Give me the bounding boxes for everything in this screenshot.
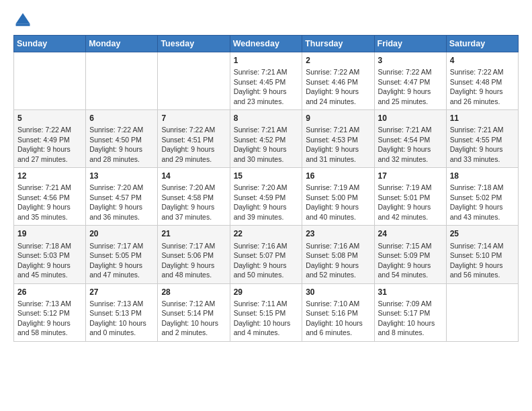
day-info: Sunrise: 7:20 AM Sunset: 4:58 PM Dayligh… xyxy=(161,183,226,222)
day-info: Sunrise: 7:21 AM Sunset: 4:54 PM Dayligh… xyxy=(378,125,443,164)
day-cell: 29Sunrise: 7:11 AM Sunset: 5:15 PM Dayli… xyxy=(230,283,302,341)
day-number: 20 xyxy=(89,228,154,239)
day-info: Sunrise: 7:21 AM Sunset: 4:52 PM Dayligh… xyxy=(234,125,299,164)
day-cell: 26Sunrise: 7:13 AM Sunset: 5:12 PM Dayli… xyxy=(14,283,86,341)
day-header-sunday: Sunday xyxy=(14,36,86,52)
day-info: Sunrise: 7:18 AM Sunset: 5:02 PM Dayligh… xyxy=(450,183,515,222)
day-number: 1 xyxy=(234,55,299,66)
day-cell: 28Sunrise: 7:12 AM Sunset: 5:14 PM Dayli… xyxy=(158,283,230,341)
day-info: Sunrise: 7:21 AM Sunset: 4:56 PM Dayligh… xyxy=(17,183,82,222)
week-row-5: 26Sunrise: 7:13 AM Sunset: 5:12 PM Dayli… xyxy=(14,283,519,341)
day-number: 22 xyxy=(234,228,299,239)
day-number: 27 xyxy=(89,287,154,298)
day-info: Sunrise: 7:16 AM Sunset: 5:07 PM Dayligh… xyxy=(234,241,299,280)
day-header-friday: Friday xyxy=(374,36,446,52)
week-row-4: 19Sunrise: 7:18 AM Sunset: 5:03 PM Dayli… xyxy=(14,226,519,283)
day-number: 24 xyxy=(378,228,443,239)
day-cell: 2Sunrise: 7:22 AM Sunset: 4:46 PM Daylig… xyxy=(302,52,374,110)
day-number: 16 xyxy=(306,171,370,181)
day-number: 26 xyxy=(17,287,82,298)
page: SundayMondayTuesdayWednesdayThursdayFrid… xyxy=(0,0,532,349)
logo xyxy=(13,11,35,30)
day-number: 15 xyxy=(234,171,299,181)
day-header-monday: Monday xyxy=(86,36,158,52)
day-cell: 18Sunrise: 7:18 AM Sunset: 5:02 PM Dayli… xyxy=(446,168,518,226)
day-cell: 15Sunrise: 7:20 AM Sunset: 4:59 PM Dayli… xyxy=(230,168,302,226)
day-number: 8 xyxy=(234,113,299,124)
day-info: Sunrise: 7:15 AM Sunset: 5:09 PM Dayligh… xyxy=(378,241,443,280)
day-cell: 16Sunrise: 7:19 AM Sunset: 5:00 PM Dayli… xyxy=(302,168,374,226)
day-cell: 11Sunrise: 7:21 AM Sunset: 4:55 PM Dayli… xyxy=(446,110,518,168)
day-number: 28 xyxy=(161,287,226,298)
day-cell: 24Sunrise: 7:15 AM Sunset: 5:09 PM Dayli… xyxy=(374,226,446,283)
day-number: 19 xyxy=(17,228,82,239)
day-number: 4 xyxy=(450,55,515,66)
day-cell: 19Sunrise: 7:18 AM Sunset: 5:03 PM Dayli… xyxy=(14,226,86,283)
day-info: Sunrise: 7:11 AM Sunset: 5:15 PM Dayligh… xyxy=(234,299,299,338)
day-number: 23 xyxy=(306,228,370,239)
day-info: Sunrise: 7:22 AM Sunset: 4:46 PM Dayligh… xyxy=(306,67,370,106)
day-number: 10 xyxy=(378,113,443,124)
day-header-saturday: Saturday xyxy=(446,36,518,52)
day-cell: 8Sunrise: 7:21 AM Sunset: 4:52 PM Daylig… xyxy=(230,110,302,168)
day-info: Sunrise: 7:20 AM Sunset: 4:57 PM Dayligh… xyxy=(89,183,154,222)
day-number: 30 xyxy=(306,287,370,298)
day-header-tuesday: Tuesday xyxy=(158,36,230,52)
day-info: Sunrise: 7:18 AM Sunset: 5:03 PM Dayligh… xyxy=(17,241,82,280)
day-number: 7 xyxy=(161,113,226,124)
day-info: Sunrise: 7:21 AM Sunset: 4:53 PM Dayligh… xyxy=(306,125,370,164)
day-info: Sunrise: 7:21 AM Sunset: 4:55 PM Dayligh… xyxy=(450,125,515,164)
day-number: 12 xyxy=(17,171,82,181)
day-info: Sunrise: 7:12 AM Sunset: 5:14 PM Dayligh… xyxy=(161,299,226,338)
header xyxy=(13,11,519,30)
day-info: Sunrise: 7:17 AM Sunset: 5:05 PM Dayligh… xyxy=(89,241,154,280)
day-cell: 7Sunrise: 7:22 AM Sunset: 4:51 PM Daylig… xyxy=(158,110,230,168)
calendar: SundayMondayTuesdayWednesdayThursdayFrid… xyxy=(13,35,519,342)
day-cell xyxy=(446,283,518,341)
day-info: Sunrise: 7:22 AM Sunset: 4:51 PM Dayligh… xyxy=(161,125,226,164)
week-row-3: 12Sunrise: 7:21 AM Sunset: 4:56 PM Dayli… xyxy=(14,168,519,226)
day-number: 31 xyxy=(378,287,443,298)
day-cell: 22Sunrise: 7:16 AM Sunset: 5:07 PM Dayli… xyxy=(230,226,302,283)
day-info: Sunrise: 7:13 AM Sunset: 5:12 PM Dayligh… xyxy=(17,299,82,338)
day-header-thursday: Thursday xyxy=(302,36,374,52)
day-cell xyxy=(158,52,230,110)
day-info: Sunrise: 7:21 AM Sunset: 4:45 PM Dayligh… xyxy=(234,67,299,106)
day-cell: 1Sunrise: 7:21 AM Sunset: 4:45 PM Daylig… xyxy=(230,52,302,110)
day-cell: 21Sunrise: 7:17 AM Sunset: 5:06 PM Dayli… xyxy=(158,226,230,283)
svg-rect-1 xyxy=(16,24,30,26)
day-cell: 25Sunrise: 7:14 AM Sunset: 5:10 PM Dayli… xyxy=(446,226,518,283)
day-number: 6 xyxy=(89,113,154,124)
day-info: Sunrise: 7:14 AM Sunset: 5:10 PM Dayligh… xyxy=(450,241,515,280)
day-cell: 23Sunrise: 7:16 AM Sunset: 5:08 PM Dayli… xyxy=(302,226,374,283)
day-number: 3 xyxy=(378,55,443,66)
day-number: 17 xyxy=(378,171,443,181)
day-cell: 6Sunrise: 7:22 AM Sunset: 4:50 PM Daylig… xyxy=(86,110,158,168)
day-number: 18 xyxy=(450,171,515,181)
day-number: 5 xyxy=(17,113,82,124)
day-info: Sunrise: 7:22 AM Sunset: 4:48 PM Dayligh… xyxy=(450,67,515,106)
day-info: Sunrise: 7:13 AM Sunset: 5:13 PM Dayligh… xyxy=(89,299,154,338)
day-cell: 30Sunrise: 7:10 AM Sunset: 5:16 PM Dayli… xyxy=(302,283,374,341)
day-number: 14 xyxy=(161,171,226,181)
day-number: 13 xyxy=(89,171,154,181)
week-row-1: 1Sunrise: 7:21 AM Sunset: 4:45 PM Daylig… xyxy=(14,52,519,110)
day-info: Sunrise: 7:09 AM Sunset: 5:17 PM Dayligh… xyxy=(378,299,443,338)
day-info: Sunrise: 7:22 AM Sunset: 4:50 PM Dayligh… xyxy=(89,125,154,164)
day-info: Sunrise: 7:22 AM Sunset: 4:47 PM Dayligh… xyxy=(378,67,443,106)
day-number: 2 xyxy=(306,55,370,66)
day-cell xyxy=(14,52,86,110)
day-cell: 12Sunrise: 7:21 AM Sunset: 4:56 PM Dayli… xyxy=(14,168,86,226)
day-cell xyxy=(86,52,158,110)
day-info: Sunrise: 7:19 AM Sunset: 5:00 PM Dayligh… xyxy=(306,183,370,222)
day-cell: 3Sunrise: 7:22 AM Sunset: 4:47 PM Daylig… xyxy=(374,52,446,110)
day-number: 11 xyxy=(450,113,515,124)
day-number: 25 xyxy=(450,228,515,239)
day-cell: 14Sunrise: 7:20 AM Sunset: 4:58 PM Dayli… xyxy=(158,168,230,226)
day-cell: 17Sunrise: 7:19 AM Sunset: 5:01 PM Dayli… xyxy=(374,168,446,226)
svg-marker-0 xyxy=(16,13,30,24)
day-cell: 4Sunrise: 7:22 AM Sunset: 4:48 PM Daylig… xyxy=(446,52,518,110)
day-header-wednesday: Wednesday xyxy=(230,36,302,52)
day-cell: 20Sunrise: 7:17 AM Sunset: 5:05 PM Dayli… xyxy=(86,226,158,283)
day-cell: 9Sunrise: 7:21 AM Sunset: 4:53 PM Daylig… xyxy=(302,110,374,168)
